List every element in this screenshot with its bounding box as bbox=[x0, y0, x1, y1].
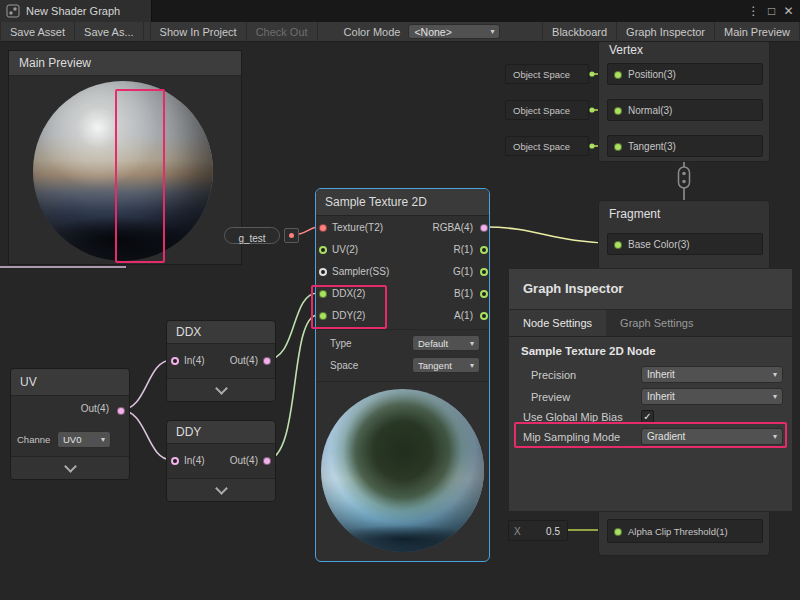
vertex-row-tangent[interactable]: Tangent(3) bbox=[607, 135, 763, 157]
sampler-port[interactable] bbox=[319, 268, 327, 276]
toolbar: Save Asset Save As... Show In Project Ch… bbox=[0, 22, 800, 42]
g-port[interactable] bbox=[480, 268, 488, 276]
color-mode-label: Color Mode bbox=[318, 26, 409, 38]
more-options-icon[interactable]: ⋮ bbox=[745, 0, 762, 22]
property-node-g-test[interactable]: g_test bbox=[224, 227, 280, 244]
fragment-row-base-color[interactable]: Base Color(3) bbox=[607, 233, 763, 255]
position-space-value: Object Space bbox=[513, 65, 570, 85]
alpha-clip-port[interactable] bbox=[614, 528, 622, 536]
vertex-row-normal[interactable]: Normal(3) bbox=[607, 99, 763, 121]
maximize-icon[interactable]: □ bbox=[763, 0, 780, 22]
ddx-port[interactable] bbox=[319, 290, 327, 298]
ddx-node[interactable]: DDX In(4) Out(4) bbox=[166, 320, 276, 402]
tab-node-settings[interactable]: Node Settings bbox=[509, 310, 606, 336]
position-port[interactable] bbox=[614, 71, 622, 79]
close-icon[interactable]: ✕ bbox=[780, 0, 797, 22]
uv-node-title: UV bbox=[11, 369, 129, 396]
tangent-space-dropdown[interactable]: Object Space bbox=[505, 136, 589, 156]
alpha-clip-port-label: Alpha Clip Threshold(1) bbox=[628, 520, 728, 544]
show-in-project-button[interactable]: Show In Project bbox=[150, 22, 247, 42]
ddx-port-label: DDX(2) bbox=[332, 283, 365, 305]
ddy-node[interactable]: DDY In(4) Out(4) bbox=[166, 420, 276, 502]
graph-inspector-header[interactable]: Graph Inspector bbox=[509, 269, 792, 310]
dropdown-arrow-icon: ▾ bbox=[773, 392, 777, 401]
ddy-out-port[interactable] bbox=[263, 457, 271, 465]
x-component-label: X bbox=[514, 521, 521, 542]
ddx-in-label: In(4) bbox=[184, 351, 205, 371]
dropdown-arrow-icon: ▾ bbox=[101, 435, 105, 444]
save-asset-button[interactable]: Save Asset bbox=[0, 22, 75, 42]
texture-port[interactable] bbox=[319, 224, 327, 232]
ddx-node-title: DDX bbox=[167, 321, 275, 344]
ddx-in-port[interactable] bbox=[171, 357, 179, 365]
alpha-clip-value-field[interactable]: X 0.5 bbox=[508, 520, 568, 541]
save-as-button[interactable]: Save As... bbox=[75, 22, 144, 42]
mip-sampling-mode-dropdown[interactable]: Gradient ▾ bbox=[641, 428, 783, 445]
vertex-block-title: Vertex bbox=[609, 43, 643, 57]
ddy-in-port[interactable] bbox=[171, 457, 179, 465]
normal-space-value: Object Space bbox=[513, 101, 570, 121]
shader-graph-window: New Shader Graph ⋮ □ ✕ Save Asset Save A… bbox=[0, 0, 800, 600]
vertex-row-position[interactable]: Position(3) bbox=[607, 63, 763, 85]
main-preview-title: Main Preview bbox=[19, 51, 91, 76]
tangent-port[interactable] bbox=[614, 143, 622, 151]
sample-texture-2d-node[interactable]: Sample Texture 2D Texture(T2) UV(2) Samp… bbox=[315, 188, 490, 562]
dropdown-arrow-icon: ▾ bbox=[470, 361, 474, 370]
use-global-mip-bias-checkbox[interactable]: ✓ bbox=[641, 410, 654, 423]
texture-port-label: Texture(T2) bbox=[332, 217, 383, 239]
uv-out-label: Out(4) bbox=[81, 399, 109, 419]
ddy-collapse-button[interactable] bbox=[167, 478, 275, 501]
inspector-tabstrip: Node Settings Graph Settings bbox=[509, 310, 792, 337]
uv-out-port[interactable] bbox=[117, 407, 125, 415]
ddx-collapse-button[interactable] bbox=[167, 378, 275, 401]
r-port-label: R(1) bbox=[454, 239, 473, 261]
property-output-stub[interactable] bbox=[284, 228, 299, 243]
checkbox-check-icon: ✓ bbox=[643, 411, 651, 422]
graph-inspector-toggle-button[interactable]: Graph Inspector bbox=[617, 22, 715, 42]
position-space-dropdown[interactable]: Object Space bbox=[505, 64, 589, 84]
main-preview-panel: Main Preview bbox=[8, 50, 242, 265]
vertex-context-block[interactable]: Vertex Position(3) Normal(3) Tangent(3) bbox=[598, 42, 770, 162]
b-port[interactable] bbox=[480, 290, 488, 298]
channel-dropdown[interactable]: UV0 ▾ bbox=[57, 431, 111, 448]
ddy-in-label: In(4) bbox=[184, 451, 205, 471]
ddy-port[interactable] bbox=[319, 312, 327, 320]
preview-dropdown[interactable]: Inherit ▾ bbox=[641, 388, 783, 405]
property-output-port[interactable] bbox=[289, 233, 294, 238]
uv-port[interactable] bbox=[319, 246, 327, 254]
dropdown-arrow-icon: ▾ bbox=[773, 432, 777, 441]
document-tab[interactable]: New Shader Graph bbox=[0, 0, 152, 22]
color-mode-value: <None> bbox=[414, 26, 451, 38]
ddx-out-port[interactable] bbox=[263, 357, 271, 365]
sample-texture-2d-title: Sample Texture 2D bbox=[316, 189, 489, 216]
a-port-label: A(1) bbox=[454, 305, 473, 327]
type-dropdown[interactable]: Default ▾ bbox=[412, 335, 480, 351]
main-preview-header[interactable]: Main Preview bbox=[9, 51, 241, 76]
check-out-button: Check Out bbox=[247, 22, 318, 42]
precision-label: Precision bbox=[531, 365, 576, 385]
base-color-port[interactable] bbox=[614, 241, 622, 249]
normal-space-dropdown[interactable]: Object Space bbox=[505, 100, 589, 120]
color-mode-dropdown[interactable]: <None> ▾ bbox=[408, 24, 500, 39]
fragment-row-alpha-clip[interactable]: Alpha Clip Threshold(1) bbox=[607, 519, 763, 543]
sampler-port-label: Sampler(SS) bbox=[332, 261, 389, 283]
main-preview-toggle-button[interactable]: Main Preview bbox=[715, 22, 800, 42]
r-port[interactable] bbox=[480, 246, 488, 254]
precision-dropdown[interactable]: Inherit ▾ bbox=[641, 366, 783, 383]
space-dropdown[interactable]: Tangent ▾ bbox=[412, 357, 480, 373]
normal-port[interactable] bbox=[614, 107, 622, 115]
inspector-node-heading: Sample Texture 2D Node bbox=[521, 345, 656, 357]
tab-graph-settings[interactable]: Graph Settings bbox=[606, 310, 707, 336]
rgba-port[interactable] bbox=[480, 224, 488, 232]
space-label: Space bbox=[330, 357, 358, 375]
window-titlebar: New Shader Graph ⋮ □ ✕ bbox=[0, 0, 800, 22]
uv-node[interactable]: UV Out(4) Channe UV0 ▾ bbox=[10, 368, 130, 480]
uv-collapse-button[interactable] bbox=[11, 456, 129, 479]
channel-value: UV0 bbox=[63, 434, 81, 445]
a-port[interactable] bbox=[480, 312, 488, 320]
preview-value: Inherit bbox=[647, 391, 675, 402]
blackboard-toggle-button[interactable]: Blackboard bbox=[542, 22, 617, 42]
mip-sampling-mode-label: Mip Sampling Mode bbox=[523, 427, 620, 447]
preview-label: Preview bbox=[531, 387, 570, 407]
collapse-chevron-icon bbox=[215, 382, 228, 395]
